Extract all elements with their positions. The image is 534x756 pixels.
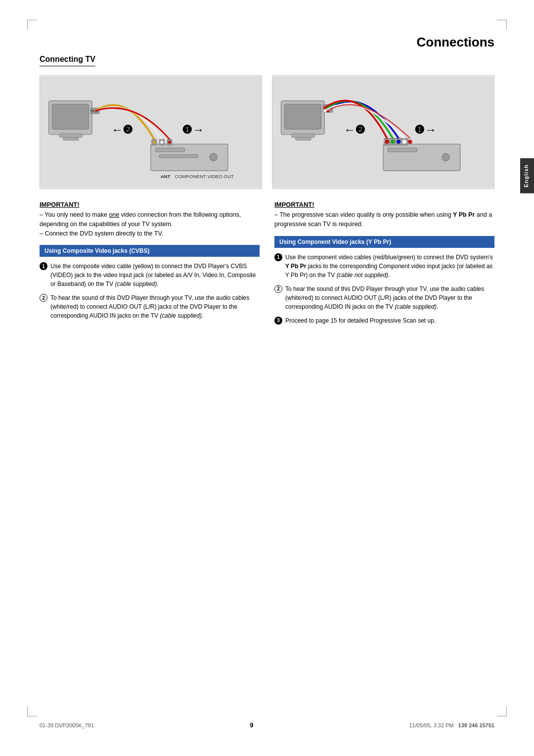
left-column: IMPORTANT! – You only need to make one v… [40, 201, 260, 330]
svg-point-13 [153, 141, 156, 144]
svg-point-37 [397, 140, 400, 144]
left-list-text-2: To hear the sound of this DVD Player thr… [50, 293, 260, 320]
right-num-3: 3 [274, 317, 282, 325]
svg-rect-23 [292, 134, 315, 138]
svg-rect-4 [63, 138, 79, 141]
right-num-2: 2 [274, 285, 282, 293]
diagram-composite: ❶→ ←❷ ANT COMPONENT VIDEO OUT [40, 75, 262, 189]
svg-point-38 [402, 140, 406, 144]
svg-point-6 [91, 109, 94, 112]
content-row: IMPORTANT! – You only need to make one v… [40, 201, 494, 330]
section-title: Connecting TV [40, 55, 95, 66]
right-list-item-2: 2 To hear the sound of this DVD Player t… [274, 284, 494, 311]
corner-tr [497, 20, 507, 30]
right-important-text: – The progressive scan video quality is … [274, 210, 494, 229]
right-numbered-list: 1 Use the component video cables (red/bl… [274, 253, 494, 325]
corner-br [497, 707, 507, 716]
left-num-2: 2 [40, 294, 47, 302]
corner-bl [27, 707, 37, 716]
right-list-item-1: 1 Use the component video cables (red/bl… [274, 253, 494, 280]
left-subsection-header: Using Composite Video jacks (CVBS) [40, 245, 260, 257]
svg-rect-22 [284, 104, 321, 130]
arrow-2-left: ←❷ [111, 123, 133, 136]
svg-point-15 [160, 141, 163, 144]
svg-point-10 [210, 153, 218, 161]
right-column: IMPORTANT! – The progressive scan video … [274, 201, 494, 330]
left-important-text: – You only need to make one video connec… [40, 210, 260, 238]
left-numbered-list: 1 Use the composite video cable (yellow)… [40, 262, 260, 320]
svg-text:COMPONENT VIDEO OUT: COMPONENT VIDEO OUT [175, 174, 234, 179]
svg-rect-2 [52, 104, 89, 130]
diagrams-row: ❶→ ←❷ ANT COMPONENT VIDEO OUT [40, 75, 494, 189]
footer-left: 01-39 DVP3005K_781 [40, 722, 94, 728]
right-subsection-header: Using Component Video jacks (Y Pb Pr) [274, 236, 494, 248]
diagram-component-svg: ❶→ ←❷ [272, 76, 494, 189]
right-num-1: 1 [274, 253, 282, 261]
left-important-label: IMPORTANT! [40, 201, 260, 208]
svg-point-35 [385, 140, 389, 144]
left-list-text-1: Use the composite video cable (yellow) t… [50, 262, 260, 288]
right-list-text-1: Use the component video cables (red/blue… [285, 253, 494, 280]
footer-center: 9 [250, 721, 253, 729]
footer-right: 11/05/05, 3:32 PM 139 246 15751 [409, 722, 494, 728]
right-list-text-2: To hear the sound of this DVD Player thr… [285, 284, 494, 311]
svg-point-36 [391, 140, 395, 144]
right-list-text-3: Proceed to page 15 for detailed Progress… [285, 316, 494, 325]
english-tab: English [520, 158, 534, 193]
diagram-component: ❶→ ←❷ [272, 75, 494, 189]
page-title: Connections [40, 35, 494, 50]
diagram-composite-svg: ❶→ ←❷ ANT COMPONENT VIDEO OUT [40, 76, 262, 189]
svg-text:❶→: ❶→ [414, 123, 436, 136]
page-container: English Connections Connecting TV [0, 0, 534, 756]
svg-point-39 [408, 140, 412, 144]
svg-rect-24 [296, 138, 311, 141]
right-important-label: IMPORTANT! [274, 201, 494, 208]
arrow-1-right: ❶→ [182, 123, 204, 136]
right-list-item-3: 3 Proceed to page 15 for detailed Progre… [274, 316, 494, 325]
svg-text:←❷: ←❷ [344, 123, 365, 136]
svg-rect-11 [160, 155, 198, 158]
left-list-item-2: 2 To hear the sound of this DVD Player t… [40, 293, 260, 320]
right-important: IMPORTANT! – The progressive scan video … [274, 201, 494, 229]
svg-rect-3 [59, 134, 83, 138]
page-footer: 01-39 DVP3005K_781 9 11/05/05, 3:32 PM 1… [40, 721, 494, 729]
left-num-1: 1 [40, 262, 47, 270]
svg-point-17 [168, 141, 171, 144]
left-list-item-1: 1 Use the composite video cable (yellow)… [40, 262, 260, 288]
svg-point-33 [442, 153, 450, 161]
left-important: IMPORTANT! – You only need to make one v… [40, 201, 260, 238]
corner-tl [27, 20, 37, 30]
svg-text:ANT: ANT [160, 174, 170, 179]
svg-rect-9 [156, 148, 184, 152]
svg-rect-32 [388, 148, 417, 152]
